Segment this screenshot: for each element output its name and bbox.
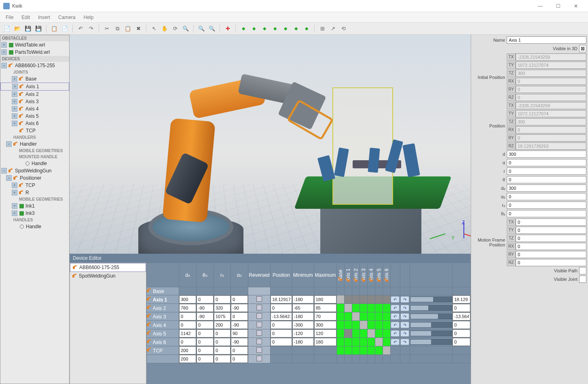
cell-3-pos[interactable] xyxy=(271,312,292,320)
motion-frame-TZ-input[interactable] xyxy=(516,235,586,242)
motion-frame-TX-input[interactable] xyxy=(516,219,586,226)
cell-3-theta[interactable] xyxy=(197,312,214,320)
slider-3[interactable] xyxy=(410,314,453,319)
expander-icon[interactable]: + xyxy=(12,99,17,104)
matrix-1-0[interactable] xyxy=(337,295,345,304)
matrix-3-5[interactable] xyxy=(375,312,383,321)
row-label-2[interactable]: Axis 2 xyxy=(147,304,179,312)
expander-icon[interactable]: + xyxy=(12,91,17,97)
cell-1-d[interactable] xyxy=(179,295,196,303)
matrix-6-5[interactable] xyxy=(375,338,383,346)
row-label-4[interactable]: Axis 4 xyxy=(147,321,179,329)
device-list-item-0[interactable]: ABB6600-175-255 xyxy=(70,263,146,272)
row-label-8[interactable] xyxy=(147,355,179,363)
expander-icon[interactable]: − xyxy=(6,175,12,181)
matrix-1-2[interactable] xyxy=(352,295,360,304)
matrix-6-1[interactable] xyxy=(345,338,352,346)
cell-3-d[interactable] xyxy=(179,312,196,320)
matrix-4-4[interactable] xyxy=(368,321,375,329)
matrix-6-2[interactable] xyxy=(352,338,360,346)
motion-frame-RY-input[interactable] xyxy=(516,251,586,258)
handle-item[interactable]: Handle xyxy=(0,160,69,167)
d-input[interactable] xyxy=(507,151,586,158)
menu-edit[interactable]: Edit xyxy=(18,13,33,21)
cut-button[interactable]: ✂ xyxy=(102,24,111,33)
expander-icon[interactable]: + xyxy=(12,190,17,195)
expander-icon[interactable]: + xyxy=(1,42,7,48)
menu-camera[interactable]: Camera xyxy=(55,13,79,21)
cell-6-alpha[interactable] xyxy=(231,338,248,346)
cell-2-pos[interactable] xyxy=(271,304,292,312)
cell-6-d[interactable] xyxy=(179,338,196,346)
cell-4-max[interactable] xyxy=(314,321,336,329)
undo-button[interactable]: ↶ xyxy=(76,24,85,33)
matrix-3-4[interactable] xyxy=(368,312,375,321)
matrix-4-3[interactable] xyxy=(360,321,368,329)
matrix-5-4[interactable] xyxy=(368,329,375,338)
slider-1[interactable] xyxy=(410,297,453,302)
matrix-3-2[interactable] xyxy=(352,312,360,321)
row-label-5[interactable]: Axis 5 xyxy=(147,329,179,338)
matrix-5-1[interactable] xyxy=(345,329,352,338)
cell-5-theta[interactable] xyxy=(197,329,214,337)
motion-frame-RX-input[interactable] xyxy=(516,243,586,250)
cell-1-max[interactable] xyxy=(314,295,336,303)
cell-8-theta[interactable] xyxy=(197,355,214,363)
slider-dec-4[interactable]: ↶ xyxy=(391,322,400,328)
minimize-button[interactable]: — xyxy=(531,0,549,12)
expander-icon[interactable]: + xyxy=(1,49,7,55)
new-button[interactable]: 📄 xyxy=(2,24,11,33)
slider-dec-6[interactable]: ↶ xyxy=(391,339,400,345)
swg-r[interactable]: +R xyxy=(0,189,69,196)
visible-joint-checkbox[interactable] xyxy=(579,276,586,283)
reversed-8[interactable] xyxy=(256,356,262,361)
handlers-header[interactable]: HANDLERS xyxy=(0,134,69,140)
zoom-button[interactable]: 🔍 xyxy=(181,24,190,33)
joint-axis5[interactable]: +Axis 5 xyxy=(0,112,69,120)
reversed-4[interactable] xyxy=(256,322,262,327)
matrix-5-3[interactable] xyxy=(360,329,368,338)
cell-3-alpha[interactable] xyxy=(231,312,248,320)
d0-input[interactable] xyxy=(507,185,586,192)
cell-2-alpha[interactable] xyxy=(231,304,248,312)
matrix-2-1[interactable] xyxy=(345,304,352,312)
matrix-4-6[interactable] xyxy=(383,321,391,329)
slider-inc-6[interactable]: ↷ xyxy=(400,339,409,345)
slider-inc-1[interactable]: ↷ xyxy=(400,296,409,303)
slider-val-4[interactable] xyxy=(453,321,470,329)
expander-icon[interactable]: + xyxy=(12,76,17,82)
obstacle-item-1[interactable]: +PartsToWeld.wrl xyxy=(0,49,69,56)
joint-axis4[interactable]: +Axis 4 xyxy=(0,105,69,112)
slider-6[interactable] xyxy=(410,339,453,345)
slider-dec-3[interactable]: ↶ xyxy=(391,313,400,320)
device-spotweldinggun[interactable]: −SpotWeldingGun xyxy=(0,167,69,174)
row-label-0[interactable]: Base xyxy=(147,287,179,295)
matrix-7-5[interactable] xyxy=(375,346,383,355)
matrix-2-2[interactable] xyxy=(352,304,360,312)
matrix-6-4[interactable] xyxy=(368,338,375,346)
swg-mobile-geom-header[interactable]: MOBILE GEOMETRIES xyxy=(0,196,69,202)
cell-5-d[interactable] xyxy=(179,329,196,337)
cell-5-alpha[interactable] xyxy=(231,329,248,337)
delete-button[interactable]: ✖ xyxy=(134,24,143,33)
device-list-item-1[interactable]: SpotWeldingGun xyxy=(70,272,146,280)
ink3-item[interactable]: +Ink3 xyxy=(0,210,69,217)
slider-val-3[interactable] xyxy=(453,312,470,320)
menu-help[interactable]: Help xyxy=(80,13,97,21)
matrix-3-3[interactable] xyxy=(360,312,368,321)
slider-inc-3[interactable]: ↷ xyxy=(400,313,409,320)
cursor-button[interactable]: ↖ xyxy=(150,24,159,33)
expander-icon[interactable]: + xyxy=(12,203,17,209)
slider-dec-5[interactable]: ↶ xyxy=(391,330,400,337)
cell-3-r[interactable] xyxy=(214,312,231,320)
matrix-2-6[interactable] xyxy=(383,304,391,312)
reversed-5[interactable] xyxy=(256,330,262,336)
matrix-6-0[interactable] xyxy=(337,338,345,346)
expander-icon[interactable]: − xyxy=(1,63,7,68)
positioner-item[interactable]: −Positioner xyxy=(0,174,69,182)
cell-2-theta[interactable] xyxy=(197,304,214,312)
matrix-2-0[interactable] xyxy=(337,304,345,312)
matrix-2-3[interactable] xyxy=(360,304,368,312)
green-6-button[interactable]: ◆ xyxy=(292,24,300,33)
visible-3d-checkbox[interactable]: ⊠ xyxy=(579,45,586,52)
